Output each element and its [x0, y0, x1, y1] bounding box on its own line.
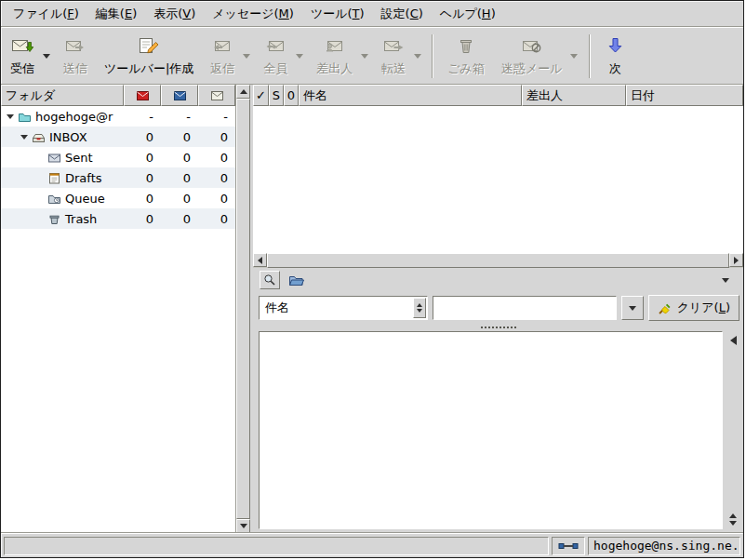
- chevron-down-icon: [570, 54, 578, 59]
- folder-scope-button[interactable]: [285, 271, 307, 289]
- scroll-left-button[interactable]: [253, 253, 267, 267]
- reply-dropdown-arrow[interactable]: [240, 31, 252, 82]
- online-plug-icon: [558, 540, 579, 552]
- folder-row-inbox[interactable]: INBOX 0 0 0: [1, 127, 235, 147]
- toolbar-separator: [589, 34, 591, 78]
- reply-button-label: 返信: [210, 61, 234, 75]
- scrollbar-thumb[interactable]: [267, 253, 729, 268]
- menu-label: メッセージ(: [212, 7, 278, 20]
- scroll-up-button[interactable]: [729, 513, 737, 518]
- menu-mnemonic: T: [353, 7, 360, 20]
- arrow-right-icon: [734, 257, 739, 264]
- folder-row-sent[interactable]: Sent 0 0 0: [1, 147, 235, 167]
- search-criteria-combo[interactable]: 件名: [259, 296, 428, 320]
- quickbar-collapse-button[interactable]: [714, 271, 737, 289]
- message-list-scrollbar[interactable]: [253, 253, 743, 268]
- scroll-down-button[interactable]: [729, 521, 737, 526]
- column-date[interactable]: 日付: [626, 85, 743, 106]
- menu-item-configuration[interactable]: 設定(C): [373, 2, 432, 26]
- total-mail-icon: [211, 91, 223, 100]
- grip-dots-icon: [481, 327, 516, 328]
- menu-item-help[interactable]: ヘルプ(H): [432, 2, 504, 26]
- sent-folder-icon: [47, 152, 61, 164]
- menubar: ファイル(F) 編集(E) 表示(V) メッセージ(M) ツール(T) 設定(C…: [1, 1, 743, 26]
- clear-button[interactable]: クリア(L): [648, 295, 739, 321]
- scroll-right-button[interactable]: [729, 253, 743, 267]
- next-button[interactable]: 次: [599, 31, 633, 82]
- menu-item-tools[interactable]: ツール(T): [302, 2, 373, 26]
- total-count-column-header[interactable]: [198, 85, 235, 106]
- forward-button[interactable]: 転送: [376, 31, 411, 82]
- expander-icon[interactable]: [20, 135, 28, 140]
- view-splitter[interactable]: [253, 324, 743, 331]
- column-status[interactable]: S: [269, 85, 284, 106]
- arrow-down-icon: [417, 309, 422, 313]
- search-icon: [263, 273, 276, 287]
- folder-row-queue[interactable]: Queue 0 0 0: [1, 188, 235, 208]
- current-account[interactable]: hogehoge@ns.sing.ne.jp: [588, 537, 740, 555]
- search-input[interactable]: [433, 296, 617, 320]
- forward-dropdown-arrow[interactable]: [411, 31, 423, 82]
- folder-pane-scrollbar[interactable]: [235, 85, 250, 533]
- menu-item-view[interactable]: 表示(V): [145, 2, 204, 26]
- scrollbar-thumb[interactable]: [236, 99, 250, 519]
- receive-button-label: 受信: [10, 61, 34, 75]
- column-mark[interactable]: ✓: [253, 85, 269, 106]
- menu-mnemonic: H: [482, 7, 491, 20]
- folder-column-header[interactable]: フォルダ: [1, 85, 124, 106]
- folder-row-trash[interactable]: Trash 0 0 0: [1, 208, 235, 229]
- new-count-column-header[interactable]: [124, 85, 161, 106]
- unread-count-column-header[interactable]: [161, 85, 198, 106]
- column-attachment[interactable]: 0: [284, 85, 299, 106]
- status-column-label: S: [273, 88, 280, 102]
- reply-all-button-label: 全員: [263, 61, 287, 75]
- chevron-down-icon: [243, 54, 250, 59]
- trash-button[interactable]: ごみ箱: [442, 31, 490, 82]
- folder-pane: フォルダ hogehoge@r -: [1, 85, 235, 533]
- compose-button[interactable]: ツールバー|作成: [99, 31, 199, 82]
- menu-item-message[interactable]: メッセージ(M): [204, 2, 302, 26]
- sender-dropdown-arrow[interactable]: [358, 31, 370, 82]
- column-from[interactable]: 差出人: [522, 85, 626, 106]
- unread-count: 0: [161, 171, 198, 185]
- reply-to-sender-button[interactable]: 差出人: [311, 31, 358, 82]
- message-list[interactable]: [253, 106, 743, 253]
- collapse-pane-button[interactable]: [730, 336, 737, 345]
- folder-row-drafts[interactable]: Drafts 0 0 0: [1, 167, 235, 188]
- scroll-up-button[interactable]: [236, 85, 250, 99]
- clear-button-label: クリア(L): [677, 300, 730, 316]
- sender-mail-icon: [324, 33, 346, 58]
- menu-item-file[interactable]: ファイル(F): [5, 2, 87, 26]
- search-history-dropdown[interactable]: [621, 296, 644, 320]
- unread-count: 0: [161, 212, 198, 226]
- junk-mail-button[interactable]: 迷惑メール: [496, 31, 568, 82]
- menu-item-edit[interactable]: 編集(E): [87, 2, 145, 26]
- chevron-down-icon: [629, 306, 636, 311]
- chevron-down-icon: [43, 54, 50, 59]
- reply-all-dropdown-arrow[interactable]: [293, 31, 305, 82]
- chevron-down-icon: [722, 278, 729, 283]
- reply-all-button[interactable]: 全員: [258, 31, 293, 82]
- receive-dropdown-arrow[interactable]: [40, 31, 52, 82]
- forward-button-label: 転送: [381, 61, 406, 75]
- clear-broom-icon: [658, 301, 673, 315]
- column-subject[interactable]: 件名: [299, 85, 522, 106]
- send-button[interactable]: 送信: [58, 31, 93, 82]
- connection-status[interactable]: [552, 537, 585, 555]
- menu-label: ): [132, 7, 137, 20]
- new-count: 0: [124, 192, 161, 206]
- expander-icon[interactable]: [7, 114, 14, 119]
- combo-stepper[interactable]: [413, 298, 426, 318]
- unread-count: 0: [161, 192, 198, 206]
- message-view[interactable]: [259, 331, 723, 529]
- search-button[interactable]: [260, 271, 280, 289]
- junk-dropdown-arrow[interactable]: [568, 31, 580, 82]
- unread-count: 0: [161, 151, 198, 165]
- folder-name: Drafts: [65, 171, 102, 185]
- scroll-down-button[interactable]: [236, 519, 250, 533]
- reply-button[interactable]: 返信: [205, 31, 240, 82]
- trash-folder-icon: [47, 213, 61, 225]
- receive-button[interactable]: 受信: [5, 31, 40, 82]
- folder-row-account[interactable]: hogehoge@r - - -: [1, 106, 235, 127]
- total-count: -: [198, 110, 235, 124]
